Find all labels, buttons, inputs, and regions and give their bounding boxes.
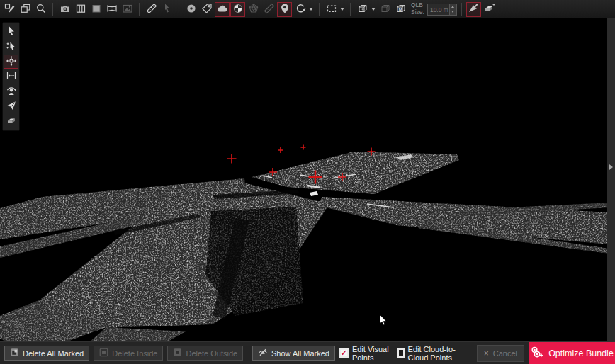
image-view-button[interactable] bbox=[120, 2, 135, 17]
image-view-icon bbox=[122, 3, 133, 16]
edit-tags-button[interactable] bbox=[2, 2, 17, 17]
toolbar-separator bbox=[139, 3, 140, 16]
button-label: Delete Inside bbox=[112, 349, 157, 358]
tag-layer-button[interactable] bbox=[199, 2, 214, 17]
pin-icon bbox=[279, 3, 290, 16]
chevron-down-icon bbox=[371, 8, 376, 11]
move-tool-icon bbox=[6, 55, 17, 69]
button-label: Cancel bbox=[493, 349, 517, 358]
checkbox-label: Edit Visual Points bbox=[352, 345, 390, 362]
qlb-size-spinner[interactable] bbox=[449, 4, 456, 15]
chevron-down-icon bbox=[309, 8, 313, 11]
svg-text:M: M bbox=[398, 6, 402, 11]
measure-icon bbox=[146, 3, 157, 16]
point-cloud-layer-button[interactable] bbox=[215, 2, 230, 17]
measure-lines-icon bbox=[264, 3, 275, 16]
point-cloud-canvas[interactable] bbox=[0, 18, 615, 341]
marquee-select-button[interactable] bbox=[324, 2, 339, 17]
move-tool-button[interactable] bbox=[4, 55, 18, 69]
box-m-icon: M bbox=[395, 3, 407, 16]
origin-point-icon bbox=[232, 3, 244, 16]
qlb-size-label: QLB Size: bbox=[411, 2, 424, 16]
orbit-rotate-button[interactable] bbox=[293, 2, 308, 17]
panorama-view-button[interactable] bbox=[104, 2, 119, 17]
check-icon: ✓ bbox=[341, 349, 347, 357]
checkbox-box[interactable]: ✓ bbox=[339, 348, 349, 358]
toolbar-separator bbox=[319, 3, 320, 16]
limit-box-button[interactable] bbox=[355, 2, 370, 17]
optimize-bundle-button[interactable]: Optimize Bundle bbox=[529, 342, 615, 364]
solid-view-icon bbox=[91, 3, 102, 16]
zoom-region-icon bbox=[35, 3, 47, 16]
wireframe-layer-button[interactable] bbox=[246, 2, 261, 17]
toolbar-separator bbox=[350, 3, 351, 16]
delete-outside-button[interactable]: Delete Outside bbox=[167, 346, 243, 361]
viewport-3d[interactable] bbox=[0, 18, 615, 341]
point-cloud-icon bbox=[217, 3, 228, 16]
disc-icon bbox=[186, 3, 197, 16]
point-spacing-button[interactable] bbox=[4, 69, 18, 84]
point-spacing-icon bbox=[6, 70, 17, 84]
qlb-size-input[interactable]: 10.0 m bbox=[427, 4, 457, 16]
box-frame-icon bbox=[380, 3, 391, 16]
cursor-select-button[interactable] bbox=[159, 2, 174, 17]
measure-button[interactable] bbox=[144, 2, 159, 17]
box-marked-button[interactable]: M bbox=[393, 2, 408, 17]
edit-cloud-to-cloud-points-checkbox[interactable]: ✓ Edit Cloud-to-Cloud Points bbox=[397, 345, 470, 362]
limit-box-dropdown[interactable] bbox=[355, 2, 377, 17]
cascade-windows-button[interactable] bbox=[18, 2, 33, 17]
close-icon: × bbox=[484, 348, 489, 358]
smooth-tool-button[interactable] bbox=[466, 2, 481, 17]
box-frame-button[interactable] bbox=[378, 2, 393, 17]
checkbox-label: Edit Cloud-to-Cloud Points bbox=[408, 345, 470, 362]
smooth-tool-icon bbox=[468, 3, 479, 16]
spinner-down-icon[interactable] bbox=[450, 9, 456, 15]
qlb-size-value: 10.0 m bbox=[428, 4, 449, 15]
select-marked-cursor-button[interactable] bbox=[4, 40, 18, 54]
button-label: Optimize Bundle bbox=[548, 348, 614, 358]
camera-view-button[interactable] bbox=[57, 2, 72, 17]
orbit-view-button[interactable] bbox=[4, 84, 18, 98]
eraser-box-button[interactable] bbox=[482, 2, 497, 17]
cascade-windows-icon bbox=[20, 3, 31, 16]
cancel-button[interactable]: × Cancel bbox=[477, 345, 524, 362]
show-all-marked-icon bbox=[258, 348, 268, 358]
marquee-select-dropdown[interactable] bbox=[324, 2, 346, 17]
checkbox-box[interactable]: ✓ bbox=[397, 348, 405, 358]
delete-all-marked-icon bbox=[10, 348, 19, 358]
delete-all-marked-button[interactable]: Delete All Marked bbox=[4, 346, 89, 361]
zoom-region-button[interactable] bbox=[33, 2, 48, 17]
button-label: Show All Marked bbox=[271, 349, 329, 358]
button-label: Delete All Marked bbox=[23, 349, 84, 358]
fly-tool-icon bbox=[6, 100, 17, 113]
origin-point-button[interactable] bbox=[230, 2, 245, 17]
chevron-down-icon bbox=[492, 4, 496, 6]
show-all-marked-button[interactable]: Show All Marked bbox=[252, 346, 335, 361]
edit-tags-icon bbox=[4, 3, 16, 16]
select-cursor-icon bbox=[6, 25, 17, 39]
toolbar-separator bbox=[179, 3, 179, 16]
spinner-up-icon[interactable] bbox=[450, 4, 456, 10]
split-view-button[interactable] bbox=[73, 2, 88, 17]
pin-layer-button[interactable] bbox=[277, 2, 292, 17]
split-view-icon bbox=[75, 3, 86, 16]
fly-tool-button[interactable] bbox=[4, 99, 18, 113]
wireframe-icon bbox=[248, 3, 259, 16]
eraser-3d-button[interactable] bbox=[4, 114, 18, 128]
delete-inside-icon bbox=[99, 348, 108, 358]
button-label: Delete Outside bbox=[186, 349, 237, 358]
app-window: M QLB Size: 10.0 m bbox=[0, 0, 615, 364]
solid-view-button[interactable] bbox=[89, 2, 103, 17]
measure-lines-button[interactable] bbox=[261, 2, 276, 17]
disc-layer-button[interactable] bbox=[184, 2, 198, 17]
right-panel-collapsed[interactable] bbox=[607, 18, 615, 341]
delete-inside-button[interactable]: Delete Inside bbox=[94, 346, 163, 361]
left-tool-palette bbox=[2, 22, 20, 131]
edit-visual-points-checkbox[interactable]: ✓ Edit Visual Points bbox=[339, 345, 390, 362]
orbit-view-icon bbox=[6, 85, 17, 98]
cursor-select-icon bbox=[162, 3, 173, 16]
orbit-rotate-dropdown[interactable] bbox=[293, 2, 315, 17]
marquee-select-icon bbox=[326, 3, 337, 16]
expand-panel-icon[interactable] bbox=[609, 164, 613, 170]
select-cursor-button[interactable] bbox=[4, 25, 18, 39]
